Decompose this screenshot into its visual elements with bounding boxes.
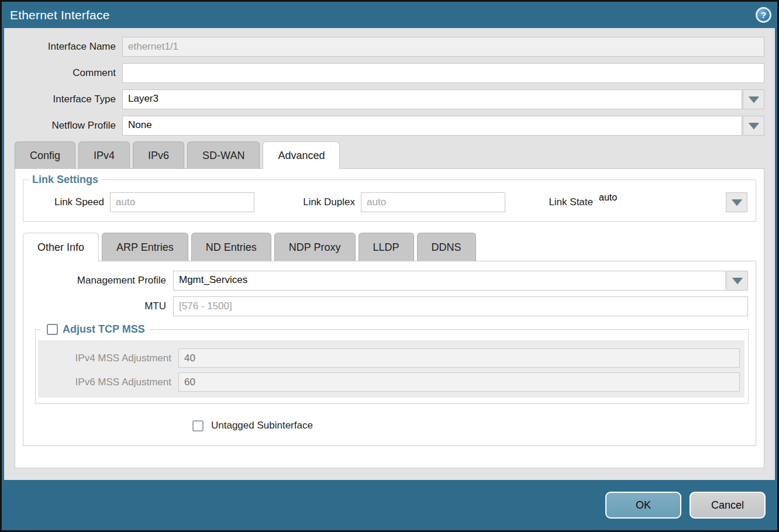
adjust-tcp-mss-checkbox[interactable]	[47, 324, 58, 335]
interface-type-dropdown[interactable]: Layer3	[122, 89, 764, 109]
ethernet-interface-dialog: Ethernet Interface ? Interface Name Comm…	[0, 0, 779, 532]
comment-field[interactable]	[122, 63, 764, 83]
interface-type-row: Interface Type Layer3	[4, 89, 764, 109]
interface-type-dropdown-button[interactable]	[743, 89, 764, 109]
advanced-tab-panel: Link Settings Link Speed Link Duplex Lin…	[15, 168, 764, 468]
link-speed-field[interactable]	[110, 192, 254, 212]
ipv4-mss-field	[178, 348, 740, 368]
mss-disabled-area: IPv4 MSS Adjustment IPv6 MSS Adjustment	[38, 340, 744, 398]
other-info-panel: Management Profile Mgmt_Services MTU	[23, 261, 756, 446]
tab-config[interactable]: Config	[15, 141, 75, 169]
tab-sd-wan[interactable]: SD-WAN	[187, 141, 260, 169]
netflow-profile-dropdown-button[interactable]	[743, 116, 764, 136]
tab-ndp-proxy[interactable]: NDP Proxy	[274, 233, 356, 261]
ok-button[interactable]: OK	[605, 492, 681, 519]
netflow-profile-dropdown[interactable]: None	[122, 116, 764, 136]
mtu-row: MTU	[23, 296, 748, 316]
main-tab-strip: Config IPv4 IPv6 SD-WAN Advanced	[15, 141, 775, 169]
tab-ddns[interactable]: DDNS	[417, 233, 476, 261]
dialog-body: Interface Name Comment Interface Type La…	[4, 28, 775, 480]
management-profile-value[interactable]: Mgmt_Services	[173, 271, 726, 291]
chevron-down-icon	[749, 123, 759, 129]
tab-ipv4[interactable]: IPv4	[78, 141, 130, 169]
ipv6-mss-label: IPv6 MSS Adjustment	[38, 376, 178, 388]
adjust-tcp-mss-fieldset: Adjust TCP MSS IPv4 MSS Adjustment IPv6 …	[35, 323, 749, 404]
netflow-profile-value[interactable]: None	[122, 116, 742, 136]
ipv4-mss-label: IPv4 MSS Adjustment	[38, 353, 178, 364]
dialog-title: Ethernet Interface	[10, 8, 756, 22]
link-state-label: Link State	[539, 196, 599, 208]
untagged-subinterface-row: Untagged Subinterface	[192, 420, 756, 431]
adjust-tcp-mss-legend-wrap: Adjust TCP MSS	[41, 323, 149, 336]
ipv6-mss-field	[178, 372, 740, 392]
tab-nd-entries[interactable]: ND Entries	[191, 233, 271, 261]
link-state-dropdown[interactable]: auto	[599, 192, 747, 212]
tab-arp-entries[interactable]: ARP Entries	[102, 233, 188, 261]
link-settings-legend: Link Settings	[29, 174, 102, 186]
interface-name-row: Interface Name	[4, 37, 764, 57]
link-speed-label: Link Speed	[23, 196, 110, 208]
help-icon[interactable]: ?	[756, 7, 771, 23]
management-profile-dropdown-button[interactable]	[726, 271, 748, 291]
management-profile-dropdown[interactable]: Mgmt_Services	[173, 271, 748, 291]
link-state-dropdown-button[interactable]	[726, 192, 747, 212]
link-duplex-label: Link Duplex	[278, 196, 361, 208]
adjust-tcp-mss-label: Adjust TCP MSS	[63, 323, 145, 336]
title-bar: Ethernet Interface ?	[2, 2, 777, 28]
link-settings-row: Link Speed Link Duplex Link State auto	[23, 192, 756, 212]
ipv6-mss-row: IPv6 MSS Adjustment	[38, 372, 740, 392]
interface-type-value[interactable]: Layer3	[122, 89, 742, 109]
interface-name-field	[122, 37, 764, 57]
cancel-button[interactable]: Cancel	[690, 492, 766, 519]
chevron-down-icon	[732, 199, 742, 206]
sub-tab-strip: Other Info ARP Entries ND Entries NDP Pr…	[23, 233, 764, 261]
link-state-value[interactable]: auto	[599, 192, 725, 212]
tab-advanced[interactable]: Advanced	[263, 141, 340, 169]
untagged-subinterface-checkbox[interactable]	[192, 420, 204, 431]
link-duplex-field[interactable]	[361, 192, 505, 212]
management-profile-row: Management Profile Mgmt_Services	[23, 271, 748, 291]
comment-row: Comment	[4, 63, 764, 83]
interface-name-label: Interface Name	[4, 41, 122, 53]
question-mark-glyph: ?	[761, 10, 766, 20]
dialog-footer: OK Cancel	[2, 480, 777, 530]
chevron-down-icon	[732, 278, 743, 284]
netflow-profile-row: Netflow Profile None	[4, 116, 764, 136]
link-settings-fieldset: Link Settings Link Speed Link Duplex Lin…	[23, 174, 756, 222]
tab-ipv6[interactable]: IPv6	[133, 141, 184, 169]
tab-other-info[interactable]: Other Info	[23, 233, 99, 261]
comment-label: Comment	[4, 67, 122, 79]
mtu-label: MTU	[23, 300, 173, 312]
ipv4-mss-row: IPv4 MSS Adjustment	[38, 348, 740, 368]
mtu-field[interactable]	[173, 296, 748, 316]
netflow-profile-label: Netflow Profile	[4, 120, 122, 132]
chevron-down-icon	[749, 96, 759, 103]
interface-type-label: Interface Type	[4, 94, 122, 105]
untagged-subinterface-label: Untagged Subinterface	[211, 420, 313, 431]
tab-lldp[interactable]: LLDP	[359, 233, 414, 261]
management-profile-label: Management Profile	[23, 275, 173, 286]
